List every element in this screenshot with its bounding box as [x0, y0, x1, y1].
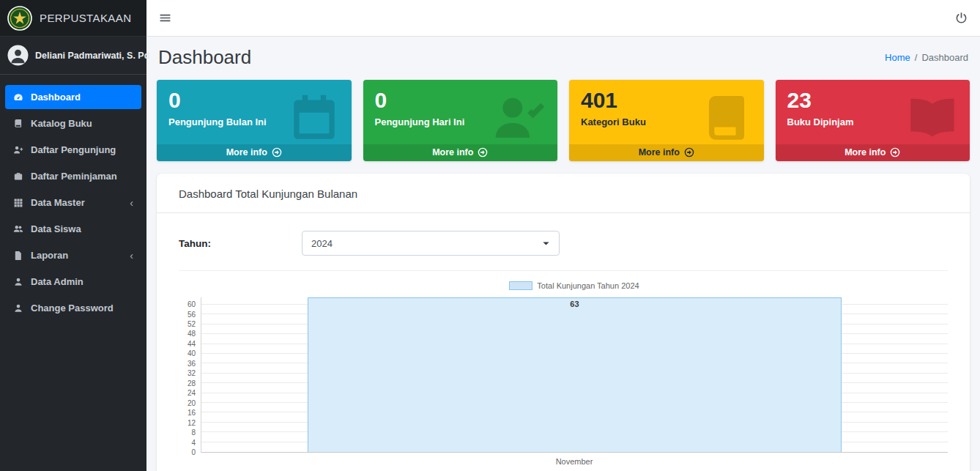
- info-box-kategori-buku: 401 Kategori Buku More info: [569, 80, 764, 161]
- content-header: Dashboard Home / Dashboard: [157, 37, 970, 80]
- brand: PERPUSTAKAAN: [0, 0, 146, 37]
- info-boxes: 0 Pengunjung Bulan Ini More info 0 Pengu…: [157, 80, 970, 161]
- chevron-down-icon: [542, 240, 550, 248]
- book-icon: [12, 119, 24, 129]
- users-icon: [12, 224, 24, 234]
- app-root: PERPUSTAKAAN Deliani Padmariwati, S. Pd …: [0, 0, 980, 471]
- more-info-label: More info: [226, 147, 267, 157]
- user-plus-icon: [12, 145, 24, 155]
- brand-title: PERPUSTAKAAN: [40, 12, 131, 24]
- y-tick-label: 48: [188, 330, 196, 338]
- chart-legend[interactable]: Total Kunjungan Tahun 2024: [201, 281, 948, 290]
- hamburger-icon[interactable]: [159, 12, 171, 24]
- sidebar-item-change-password[interactable]: Change Password: [5, 296, 141, 320]
- sidebar-item-data-siswa[interactable]: Data Siswa: [5, 217, 141, 241]
- sidebar-item-dashboard[interactable]: Dashboard: [5, 85, 141, 109]
- y-tick-label: 0: [191, 449, 196, 456]
- book-icon: [699, 92, 754, 146]
- more-info-link[interactable]: More info: [363, 144, 558, 161]
- sidebar-item-label: Daftar Pengunjung: [31, 144, 116, 155]
- more-info-link[interactable]: More info: [776, 144, 970, 161]
- arrow-circle-right-icon: [890, 147, 900, 157]
- plot-row: 04812162024283236404448525660 63: [179, 297, 948, 453]
- sidebar-item-label: Laporan: [31, 250, 68, 261]
- gauge-icon: [12, 92, 24, 103]
- sidebar-item-label: Data Master: [31, 197, 85, 208]
- breadcrumb-home-link[interactable]: Home: [885, 52, 910, 63]
- arrow-circle-right-icon: [684, 147, 694, 157]
- power-icon[interactable]: [955, 12, 968, 24]
- y-tick-label: 40: [188, 350, 196, 357]
- sidebar-item-laporan[interactable]: Laporan ‹: [5, 243, 141, 267]
- sidebar-item-label: Data Admin: [31, 276, 83, 287]
- chart-card: Dashboard Total Kunjungan Bulanan Tahun:…: [157, 174, 970, 471]
- sidebar-item-label: Data Siswa: [31, 223, 81, 234]
- y-tick-label: 60: [188, 301, 196, 308]
- content: Dashboard Home / Dashboard 0 Pengunjung …: [146, 37, 980, 471]
- calendar-icon: [287, 92, 341, 146]
- info-box-pengunjung-bulan: 0 Pengunjung Bulan Ini More info: [157, 80, 352, 161]
- more-info-label: More info: [432, 147, 473, 157]
- y-tick-label: 16: [188, 409, 196, 417]
- sidebar-menu: Dashboard Katalog Buku Daftar Pengunjung…: [0, 75, 146, 320]
- y-tick-label: 24: [188, 390, 196, 397]
- user-icon: [12, 303, 24, 314]
- y-tick-label: 28: [188, 380, 196, 387]
- user-panel: Deliani Padmariwati, S. Pd: [0, 37, 146, 75]
- sidebar-item-data-admin[interactable]: Data Admin: [5, 270, 141, 294]
- y-tick-label: 12: [188, 420, 196, 427]
- book-open-icon: [905, 92, 959, 146]
- y-tick-label: 36: [188, 360, 196, 368]
- page-title: Dashboard: [158, 46, 251, 69]
- arrow-circle-right-icon: [478, 147, 488, 157]
- y-tick-label: 32: [188, 370, 196, 377]
- y-tick-label: 4: [191, 440, 196, 447]
- breadcrumb: Home / Dashboard: [885, 52, 968, 63]
- user-avatar-icon: [7, 45, 29, 66]
- sidebar-item-katalog-buku[interactable]: Katalog Buku: [5, 111, 141, 136]
- info-box-buku-dipinjam: 23 Buku Dipinjam More info: [776, 80, 970, 161]
- y-tick-label: 8: [191, 429, 196, 437]
- user-icon: [12, 277, 24, 287]
- year-row: Tahun: 2024: [179, 231, 948, 256]
- bar-value-label: 63: [308, 300, 842, 308]
- more-info-link[interactable]: More info: [569, 144, 764, 161]
- chart-bar: 63: [308, 297, 842, 452]
- arrow-circle-right-icon: [272, 147, 282, 157]
- x-axis-label: November: [201, 457, 948, 466]
- card-title: Dashboard Total Kunjungan Bulanan: [157, 174, 970, 213]
- y-tick-label: 52: [188, 321, 196, 328]
- file-icon: [12, 251, 24, 261]
- legend-label: Total Kunjungan Tahun 2024: [537, 281, 639, 290]
- year-label: Tahun:: [179, 238, 302, 249]
- card-body: Tahun: 2024 Total Kunjungan Tahun 2024: [157, 213, 970, 471]
- sidebar-item-label: Change Password: [31, 303, 114, 314]
- sidebar-item-label: Daftar Peminjaman: [31, 171, 117, 182]
- breadcrumb-current: Dashboard: [921, 52, 968, 63]
- sidebar-item-daftar-peminjaman[interactable]: Daftar Peminjaman: [5, 164, 141, 188]
- legend-swatch: [509, 281, 532, 290]
- sidebar-item-daftar-pengunjung[interactable]: Daftar Pengunjung: [5, 138, 141, 162]
- sidebar: PERPUSTAKAAN Deliani Padmariwati, S. Pd …: [0, 0, 146, 471]
- user-name: Deliani Padmariwati, S. Pd: [35, 51, 149, 61]
- year-select[interactable]: 2024: [302, 231, 560, 256]
- more-info-label: More info: [844, 147, 886, 157]
- grid-icon: [12, 198, 24, 208]
- info-box-pengunjung-hari: 0 Pengunjung Hari Ini More info: [363, 80, 558, 161]
- sidebar-item-data-master[interactable]: Data Master ‹: [5, 190, 141, 215]
- more-info-link[interactable]: More info: [157, 144, 352, 161]
- y-tick-label: 20: [188, 400, 196, 407]
- divider: [179, 270, 948, 271]
- year-select-value: 2024: [311, 238, 333, 249]
- sidebar-item-label: Katalog Buku: [31, 118, 92, 129]
- bar-chart: Total Kunjungan Tahun 2024 0481216202428…: [179, 281, 948, 466]
- breadcrumb-separator: /: [915, 52, 918, 63]
- chevron-left-icon: ‹: [130, 198, 133, 208]
- sidebar-item-label: Dashboard: [31, 92, 81, 103]
- more-info-label: More info: [639, 147, 680, 157]
- chevron-left-icon: ‹: [130, 251, 133, 261]
- main-area: Dashboard Home / Dashboard 0 Pengunjung …: [146, 0, 980, 471]
- briefcase-icon: [12, 171, 24, 182]
- user-check-icon: [493, 92, 547, 146]
- y-tick-label: 56: [188, 311, 196, 319]
